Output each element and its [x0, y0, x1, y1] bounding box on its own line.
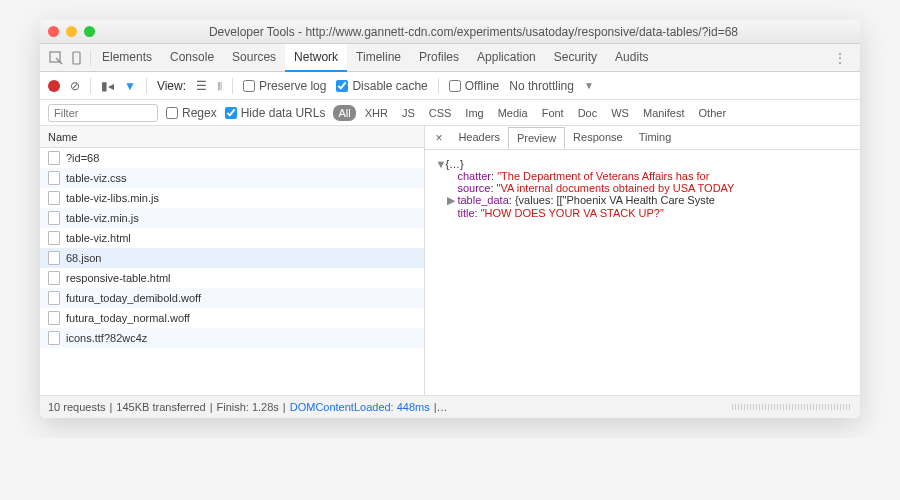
request-row[interactable]: table-viz.min.js: [40, 208, 424, 228]
regex-checkbox[interactable]: Regex: [166, 106, 217, 120]
inspect-icon[interactable]: [46, 48, 66, 68]
status-finish: Finish: 1.28s: [216, 401, 278, 413]
json-value: "HOW DOES YOUR VA STACK UP?": [481, 207, 664, 219]
filter-type-doc[interactable]: Doc: [573, 105, 603, 121]
disable-cache-checkbox[interactable]: Disable cache: [336, 79, 427, 93]
detail-pane: × HeadersPreviewResponseTiming ▼{…} chat…: [425, 126, 860, 395]
request-name: table-viz.min.js: [66, 212, 139, 224]
preserve-log-label: Preserve log: [259, 79, 326, 93]
overview-icon[interactable]: ⫴: [217, 79, 222, 93]
file-icon: [48, 191, 60, 205]
status-dcl: DOMContentLoaded: 448ms: [290, 401, 430, 413]
filter-type-media[interactable]: Media: [493, 105, 533, 121]
content-area: Name ?id=68table-viz.csstable-viz-libs.m…: [40, 126, 860, 396]
request-name: ?id=68: [66, 152, 99, 164]
separator: [146, 78, 147, 94]
regex-label: Regex: [182, 106, 217, 120]
json-key: source: [457, 182, 490, 194]
filter-type-css[interactable]: CSS: [424, 105, 457, 121]
tab-security[interactable]: Security: [545, 44, 606, 72]
filter-input[interactable]: [48, 104, 158, 122]
tab-timeline[interactable]: Timeline: [347, 44, 410, 72]
filter-type-all[interactable]: All: [333, 105, 355, 121]
json-value: "The Department of Veterans Affairs has …: [497, 170, 709, 182]
filter-type-js[interactable]: JS: [397, 105, 420, 121]
status-requests: 10 requests: [48, 401, 105, 413]
file-icon: [48, 291, 60, 305]
preview-content: ▼{…} chatter: "The Department of Veteran…: [425, 150, 860, 395]
detail-tab-preview[interactable]: Preview: [508, 127, 565, 149]
window-title: Developer Tools - http://www.gannett-cdn…: [95, 25, 852, 39]
separator: [90, 78, 91, 94]
tab-console[interactable]: Console: [161, 44, 223, 72]
filter-type-other[interactable]: Other: [694, 105, 732, 121]
throttling-select[interactable]: No throttling: [509, 79, 574, 93]
camera-icon[interactable]: ▮◂: [101, 79, 114, 93]
offline-label: Offline: [465, 79, 499, 93]
json-value: "VA internal documents obtained by USA T…: [497, 182, 735, 194]
request-row[interactable]: futura_today_demibold.woff: [40, 288, 424, 308]
detail-tab-headers[interactable]: Headers: [450, 127, 508, 148]
separator: [232, 78, 233, 94]
file-icon: [48, 231, 60, 245]
file-icon: [48, 331, 60, 345]
request-name: futura_today_normal.woff: [66, 312, 190, 324]
clear-icon[interactable]: ⊘: [70, 79, 80, 93]
record-button[interactable]: [48, 80, 60, 92]
detail-tab-response[interactable]: Response: [565, 127, 631, 148]
filter-type-font[interactable]: Font: [537, 105, 569, 121]
tab-sources[interactable]: Sources: [223, 44, 285, 72]
request-list-pane: Name ?id=68table-viz.csstable-viz-libs.m…: [40, 126, 425, 395]
file-icon: [48, 211, 60, 225]
tab-profiles[interactable]: Profiles: [410, 44, 468, 72]
filter-type-ws[interactable]: WS: [606, 105, 634, 121]
request-row[interactable]: ?id=68: [40, 148, 424, 168]
close-button[interactable]: [48, 26, 59, 37]
request-name: 68.json: [66, 252, 101, 264]
hide-data-urls-checkbox[interactable]: Hide data URLs: [225, 106, 326, 120]
tab-application[interactable]: Application: [468, 44, 545, 72]
offline-checkbox[interactable]: Offline: [449, 79, 499, 93]
network-toolbar: ⊘ ▮◂ ▼ View: ☰ ⫴ Preserve log Disable ca…: [40, 72, 860, 100]
file-icon: [48, 151, 60, 165]
request-row[interactable]: 68.json: [40, 248, 424, 268]
chevron-down-icon[interactable]: ▼: [584, 80, 594, 91]
device-icon[interactable]: [68, 48, 88, 68]
detail-tabs: × HeadersPreviewResponseTiming: [425, 126, 860, 150]
titlebar: Developer Tools - http://www.gannett-cdn…: [40, 20, 860, 44]
expand-arrow-icon[interactable]: ▼: [435, 158, 445, 170]
preserve-log-checkbox[interactable]: Preserve log: [243, 79, 326, 93]
large-rows-icon[interactable]: ☰: [196, 79, 207, 93]
close-icon[interactable]: ×: [429, 131, 448, 145]
request-name: futura_today_demibold.woff: [66, 292, 201, 304]
separator: [438, 78, 439, 94]
drawer-resizer[interactable]: [732, 404, 852, 410]
filter-icon[interactable]: ▼: [124, 79, 136, 93]
tab-network[interactable]: Network: [285, 44, 347, 72]
request-row[interactable]: futura_today_normal.woff: [40, 308, 424, 328]
filter-type-img[interactable]: Img: [460, 105, 488, 121]
file-icon: [48, 311, 60, 325]
request-row[interactable]: table-viz.css: [40, 168, 424, 188]
kebab-menu-icon[interactable]: ⋮: [826, 51, 854, 65]
file-icon: [48, 251, 60, 265]
json-root: {…}: [445, 158, 463, 170]
tab-elements[interactable]: Elements: [93, 44, 161, 72]
request-name: table-viz-libs.min.js: [66, 192, 159, 204]
minimize-button[interactable]: [66, 26, 77, 37]
expand-arrow-icon[interactable]: ▶: [447, 194, 457, 207]
filter-type-xhr[interactable]: XHR: [360, 105, 393, 121]
zoom-button[interactable]: [84, 26, 95, 37]
separator: [90, 50, 91, 66]
request-row[interactable]: icons.ttf?82wc4z: [40, 328, 424, 348]
request-row[interactable]: responsive-table.html: [40, 268, 424, 288]
request-row[interactable]: table-viz-libs.min.js: [40, 188, 424, 208]
request-row[interactable]: table-viz.html: [40, 228, 424, 248]
detail-tab-timing[interactable]: Timing: [631, 127, 680, 148]
disable-cache-label: Disable cache: [352, 79, 427, 93]
filter-type-manifest[interactable]: Manifest: [638, 105, 690, 121]
status-transferred: 145KB transferred: [116, 401, 205, 413]
devtools-window: Developer Tools - http://www.gannett-cdn…: [40, 20, 860, 418]
name-column-header[interactable]: Name: [40, 126, 424, 148]
tab-audits[interactable]: Audits: [606, 44, 657, 72]
